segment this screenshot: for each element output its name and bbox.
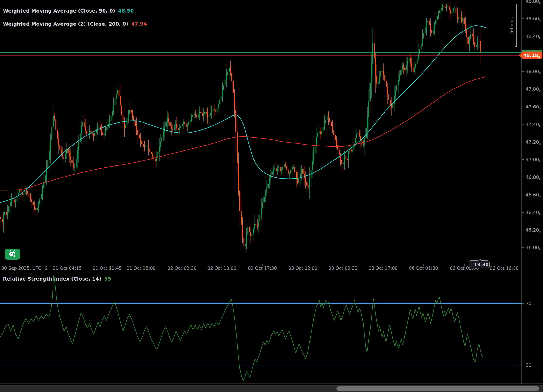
svg-text:02 Oct 02:30: 02 Oct 02:30 — [168, 266, 197, 271]
horizontal-scrollbar-thumb[interactable] — [336, 386, 539, 391]
svg-text:47.600: 47.600 — [526, 104, 541, 110]
svg-text:06 Oct 16:30: 06 Oct 16:30 — [490, 266, 519, 271]
time-axis[interactable]: 30 Sep 2025, UTC+201 Oct 04:1501 Oct 11:… — [1, 265, 519, 271]
price-alert-lines — [0, 53, 522, 55]
legend-rsi-label: Relative Strength Index (Close, 14) — [3, 276, 101, 282]
svg-text:46.800: 46.800 — [526, 175, 541, 181]
svg-text:30 Sep 2025, UTC+2: 30 Sep 2025, UTC+2 — [1, 266, 48, 271]
svg-text:48.800: 48.800 — [526, 0, 541, 5]
svg-text:48.600: 48.600 — [526, 16, 541, 22]
rsi-pane-layer — [0, 276, 522, 381]
svg-text:02 Oct 10:00: 02 Oct 10:00 — [207, 266, 237, 271]
svg-text:46.600: 46.600 — [526, 192, 541, 198]
svg-text:02 Oct 17:30: 02 Oct 17:30 — [248, 266, 277, 271]
pane-separators — [0, 0, 543, 384]
svg-text:47.400: 47.400 — [526, 122, 541, 128]
svg-text:48.400: 48.400 — [526, 34, 541, 40]
svg-text:03 Oct 09:30: 03 Oct 09:30 — [328, 266, 358, 271]
legend-wma50-label: Weighted Moving Average (Close, 50, 0) — [3, 8, 115, 14]
add-bot-button[interactable] — [5, 248, 20, 259]
drag-handle-icon — [469, 262, 472, 267]
svg-text:30: 30 — [526, 363, 532, 368]
legend-wma200-label: Weighted Moving Average (2) (Close, 200,… — [3, 21, 128, 27]
legend-wma50-value: 48.50 — [118, 8, 134, 14]
chart-canvas[interactable]: 50 pips 48.80048.60048.40048.00047.80047… — [0, 0, 543, 392]
wma200-line — [0, 77, 486, 190]
svg-text:46.000: 46.000 — [526, 245, 541, 251]
svg-text:01 Oct 18:00: 01 Oct 18:00 — [127, 266, 156, 271]
wma50-line — [0, 26, 486, 203]
svg-text:46.200: 46.200 — [526, 227, 541, 233]
svg-text:06 Oct 01:30: 06 Oct 01:30 — [409, 266, 438, 271]
svg-text:01 Oct 04:15: 01 Oct 04:15 — [53, 266, 82, 271]
svg-text:48.185: 48.185 — [523, 53, 540, 59]
tooltip-time-label: 13:30 — [474, 262, 488, 267]
svg-text:46.400: 46.400 — [526, 210, 541, 216]
horizontal-scrollbar-track[interactable] — [0, 385, 543, 392]
svg-text:50 pips: 50 pips — [509, 17, 514, 34]
legend-rsi[interactable]: Relative Strength Index (Close, 14) 35 — [3, 276, 111, 282]
svg-text:03 Oct 17:00: 03 Oct 17:00 — [369, 266, 398, 271]
svg-text:47.000: 47.000 — [526, 157, 541, 163]
svg-text:03 Oct 02:00: 03 Oct 02:00 — [288, 266, 317, 271]
legend-wma200[interactable]: Weighted Moving Average (2) (Close, 200,… — [3, 21, 147, 27]
measure-tool-50pips: 50 pips — [509, 4, 517, 47]
legend-wma200-value: 47.94 — [131, 21, 147, 27]
svg-text:48.000: 48.000 — [526, 69, 541, 75]
last-price-tag: 48.185 — [519, 50, 542, 59]
time-marker-tooltip[interactable]: 13:30 — [469, 260, 490, 268]
robot-plus-icon — [7, 249, 17, 259]
candles-layer — [0, 0, 481, 253]
svg-text:47.200: 47.200 — [526, 139, 541, 145]
svg-text:01 Oct 11:45: 01 Oct 11:45 — [93, 266, 122, 271]
legend-rsi-value: 35 — [104, 276, 111, 282]
svg-text:47.800: 47.800 — [526, 86, 541, 92]
svg-text:70: 70 — [526, 301, 532, 306]
legend-wma50[interactable]: Weighted Moving Average (Close, 50, 0) 4… — [3, 8, 134, 14]
trading-chart-screen: 50 pips 48.80048.60048.40048.00047.80047… — [0, 0, 543, 392]
